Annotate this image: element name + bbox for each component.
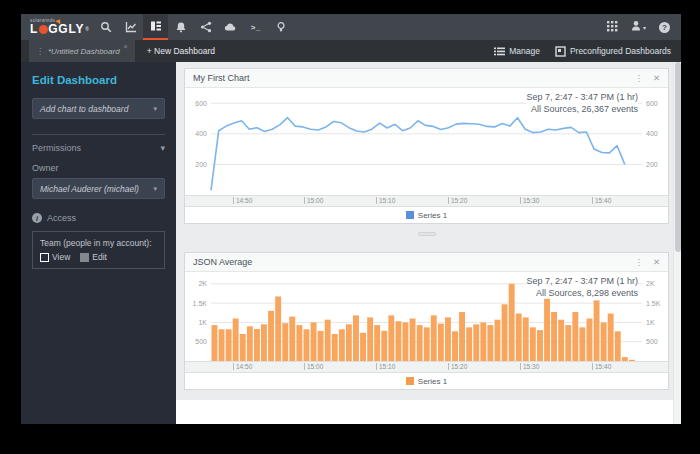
chevron-down-icon: ▾ <box>160 143 165 153</box>
owner-label: Owner <box>32 163 165 173</box>
bar-chart[interactable]: 5005001K1K1.5K1.5K2K2K Sep 7, 2:47 - 3:4… <box>185 272 668 361</box>
dashboard-tabbar: ⋮ *Untitled Dashboard × + New Dashboard … <box>21 40 681 62</box>
owner-dropdown[interactable]: Michael Auderer (michael) ▾ <box>32 178 165 199</box>
chart-panel-json-average: JSON Average ⋮ ✕ 5005001K1K1.5K1.5K2K2K … <box>184 252 669 390</box>
svg-text:200: 200 <box>646 161 658 168</box>
search-icon[interactable] <box>93 14 118 40</box>
panel-menu-icon[interactable]: ⋮ <box>634 74 643 83</box>
chevron-down-icon: ▾ <box>153 185 157 193</box>
panel-close-icon[interactable]: ✕ <box>653 258 660 267</box>
navbar-icon-group: >_ <box>93 14 293 40</box>
view-checkbox[interactable]: View <box>40 252 70 262</box>
tab-label: *Untitled Dashboard <box>48 47 120 56</box>
user-icon <box>631 18 642 36</box>
svg-text:600: 600 <box>195 100 207 107</box>
legend-swatch <box>406 377 414 385</box>
user-menu[interactable]: ▾ <box>631 18 646 36</box>
checkbox-unchecked-icon[interactable] <box>40 253 49 262</box>
chart-range-info: Sep 7, 2:47 - 3:47 PM (1 hr) All Sources… <box>526 275 638 299</box>
svg-text:400: 400 <box>646 130 658 137</box>
edit-checkbox[interactable]: Edit <box>80 252 107 262</box>
team-title: Team (people in my account): <box>40 238 157 248</box>
team-permissions-box: Team (people in my account): View Edit <box>32 231 165 269</box>
legend-label: Series 1 <box>418 377 447 386</box>
svg-text:1.5K: 1.5K <box>193 300 208 307</box>
access-label: Access <box>47 213 76 223</box>
svg-text:500: 500 <box>646 338 658 345</box>
chevron-down-icon: ▾ <box>643 24 646 31</box>
chart-time-range: Sep 7, 2:47 - 3:47 PM (1 hr) <box>526 275 638 287</box>
alerts-bell-icon[interactable] <box>168 14 193 40</box>
tips-bulb-icon[interactable] <box>268 14 293 40</box>
sidebar-divider <box>32 134 165 135</box>
edit-dashboard-sidebar: Edit Dashboard Add chart to dashboard ▾ … <box>21 62 176 424</box>
dashboard-main-area: My First Chart ⋮ ✕ 200200400400600600 Se… <box>176 62 681 424</box>
charts-icon[interactable] <box>118 14 143 40</box>
vertical-scrollbar[interactable] <box>673 62 681 424</box>
chart-panel-my-first-chart: My First Chart ⋮ ✕ 200200400400600600 Se… <box>184 68 669 224</box>
svg-text:2K: 2K <box>646 280 655 287</box>
panel-header: My First Chart ⋮ ✕ <box>185 69 668 88</box>
chart-range-info: Sep 7, 2:47 - 3:47 PM (1 hr) All Sources… <box>526 91 638 115</box>
svg-text:1K: 1K <box>646 319 655 326</box>
svg-text:1.5K: 1.5K <box>646 300 661 307</box>
brand-text: L <box>30 23 38 35</box>
panel-menu-icon[interactable]: ⋮ <box>634 258 643 267</box>
scrollbar-thumb[interactable] <box>675 62 681 252</box>
tab-untitled-dashboard[interactable]: ⋮ *Untitled Dashboard × <box>29 40 135 62</box>
preconfigured-dashboards-button[interactable]: Preconfigured Dashboards <box>555 46 671 57</box>
panel-close-icon[interactable]: ✕ <box>653 74 660 83</box>
apps-grid-icon[interactable] <box>607 18 618 36</box>
permissions-toggle[interactable]: Permissions ▾ <box>32 143 165 153</box>
x-axis-strip: 14:5015:0015:1015:2015:3015:40 <box>185 195 668 207</box>
manage-button[interactable]: Manage <box>494 46 540 56</box>
tabbar-right-group: Manage Preconfigured Dashboards <box>494 46 681 57</box>
preconfigured-icon <box>555 46 566 57</box>
svg-text:500: 500 <box>195 338 207 345</box>
chevron-down-icon: ▾ <box>153 105 157 113</box>
dashboard-canvas: My First Chart ⋮ ✕ 200200400400600600 Se… <box>176 62 681 400</box>
line-chart[interactable]: 200200400400600600 Sep 7, 2:47 - 3:47 PM… <box>185 88 668 195</box>
help-icon[interactable]: ? <box>659 22 670 33</box>
panel-header: JSON Average ⋮ ✕ <box>185 253 668 272</box>
new-dashboard-button[interactable]: + New Dashboard <box>147 46 215 56</box>
dashboards-icon[interactable] <box>143 14 168 40</box>
chart-source-events: All Sources, 26,367 events <box>526 103 638 115</box>
chart-legend[interactable]: Series 1 <box>185 373 668 389</box>
tab-kebab-icon[interactable]: ⋮ <box>36 47 44 56</box>
svg-text:1K: 1K <box>198 319 207 326</box>
svg-text:400: 400 <box>195 130 207 137</box>
brand-o-dot <box>39 25 48 34</box>
legend-label: Series 1 <box>418 211 447 220</box>
chart-source-events: All Sources, 8,298 events <box>526 287 638 299</box>
add-chart-dropdown[interactable]: Add chart to dashboard ▾ <box>32 98 165 119</box>
app-window: solarwinds LGGLY® >_ <box>21 14 681 424</box>
terminal-icon[interactable]: >_ <box>243 14 268 40</box>
manage-list-icon <box>494 47 505 56</box>
info-icon: i <box>32 213 42 223</box>
brand-text: GGLY <box>48 23 84 35</box>
panel-title: JSON Average <box>193 257 252 267</box>
panel-title: My First Chart <box>193 73 250 83</box>
chart-legend[interactable]: Series 1 <box>185 207 668 223</box>
x-axis-strip: 14:5015:0015:1015:2015:3015:40 <box>185 361 668 373</box>
panel-resize-handle[interactable] <box>418 232 436 236</box>
access-row: i Access <box>32 213 165 223</box>
tab-close-icon[interactable]: × <box>124 43 128 50</box>
checkbox-disabled-icon[interactable] <box>80 253 89 262</box>
top-navbar: solarwinds LGGLY® >_ <box>21 14 681 40</box>
legend-swatch <box>406 211 414 219</box>
svg-text:2K: 2K <box>198 280 207 287</box>
svg-text:200: 200 <box>195 161 207 168</box>
sidebar-title: Edit Dashboard <box>32 74 165 86</box>
source-setup-cloud-icon[interactable] <box>218 14 243 40</box>
source-groups-icon[interactable] <box>193 14 218 40</box>
loggly-logo[interactable]: solarwinds LGGLY® <box>21 19 93 36</box>
registered-mark: ® <box>85 27 89 32</box>
svg-text:600: 600 <box>646 100 658 107</box>
navbar-right-group: ▾ ? <box>607 18 681 36</box>
chart-time-range: Sep 7, 2:47 - 3:47 PM (1 hr) <box>526 91 638 103</box>
